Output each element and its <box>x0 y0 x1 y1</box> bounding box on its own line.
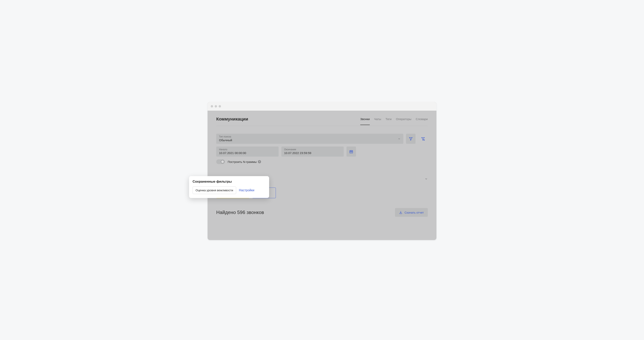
window-control-minimize[interactable] <box>215 105 217 107</box>
calendar-button[interactable] <box>346 147 356 157</box>
saved-filters-popover: Сохраненные фильтры Оценка уровня вежлив… <box>189 176 269 198</box>
popover-row: Оценка уровня вежливости Настройки <box>192 186 266 194</box>
tab-chats[interactable]: Чаты <box>374 117 381 125</box>
window-control-close[interactable] <box>211 105 213 107</box>
funnel-icon <box>409 137 413 141</box>
ngram-toggle[interactable] <box>216 159 225 164</box>
app-window: Коммуникации Звонки Чаты Теги Операторы … <box>208 102 436 240</box>
download-report-button[interactable]: Скачать отчет <box>395 208 428 217</box>
tabs: Звонки Чаты Теги Операторы Словари <box>360 117 428 121</box>
results-count: Найдено 596 звонков <box>216 210 264 215</box>
search-type-row: Тип поиска Обычный <box>216 134 428 144</box>
window-control-zoom[interactable] <box>218 105 221 107</box>
filters-area: Тип поиска Обычный <box>216 126 428 217</box>
header-row: Коммуникации Звонки Чаты Теги Операторы … <box>216 117 428 126</box>
date-end-label: Окончание <box>284 148 341 151</box>
stage: Коммуникации Звонки Чаты Теги Операторы … <box>173 91 471 249</box>
filter-button[interactable] <box>406 134 416 144</box>
clear-filter-button[interactable] <box>418 134 428 144</box>
svg-point-10 <box>352 152 352 152</box>
date-start-field[interactable]: Начало 10.07.2021 00:00:00 <box>216 147 278 157</box>
ngram-label: Построить N-граммы ? <box>228 160 261 163</box>
tab-operators[interactable]: Операторы <box>396 117 412 125</box>
ngram-row: Построить N-граммы ? <box>216 159 428 164</box>
svg-point-8 <box>350 152 351 152</box>
results-row: Найдено 596 звонков Скачать отчет <box>216 208 428 217</box>
search-type-select[interactable]: Тип поиска Обычный <box>216 134 403 144</box>
svg-marker-0 <box>410 137 412 140</box>
svg-point-9 <box>351 152 352 152</box>
help-icon[interactable]: ? <box>258 160 261 163</box>
page-title: Коммуникации <box>216 117 248 122</box>
date-end-value: 10.07.2022 23:59:59 <box>284 151 341 155</box>
tab-tags[interactable]: Теги <box>386 117 392 125</box>
calendar-icon <box>349 150 353 154</box>
chevron-down-icon <box>424 177 428 180</box>
date-row: Начало 10.07.2021 00:00:00 Окончание 10.… <box>216 147 428 157</box>
date-start-label: Начало <box>219 148 276 151</box>
window-titlebar <box>208 102 436 111</box>
date-end-field[interactable]: Окончание 10.07.2022 23:59:59 <box>281 147 344 157</box>
download-label: Скачать отчет <box>404 211 424 214</box>
funnel-clear-icon <box>421 137 425 141</box>
search-type-value: Обычный <box>219 138 400 142</box>
tab-dictionaries[interactable]: Словари <box>416 117 428 125</box>
content-area: Коммуникации Звонки Чаты Теги Операторы … <box>208 111 436 217</box>
settings-link[interactable]: Настройки <box>239 189 254 192</box>
saved-filter-chip[interactable]: Оценка уровня вежливости <box>192 186 236 194</box>
tab-calls[interactable]: Звонки <box>360 117 370 125</box>
search-type-label: Тип поиска <box>219 135 400 138</box>
toggle-knob <box>221 160 224 163</box>
date-start-value: 10.07.2021 00:00:00 <box>219 151 276 155</box>
ngram-label-text: Построить N-граммы <box>228 160 257 163</box>
download-icon <box>399 211 402 214</box>
popover-title: Сохраненные фильтры <box>192 180 266 184</box>
